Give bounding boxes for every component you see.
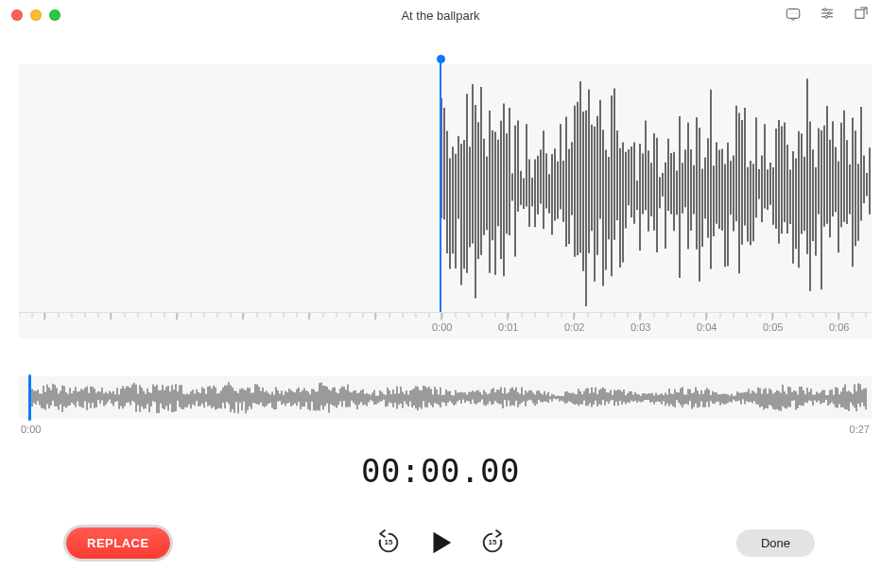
replace-button[interactable]: REPLACE — [66, 527, 170, 559]
svg-point-1 — [790, 13, 791, 14]
svg-text:0:00: 0:00 — [432, 321, 452, 333]
svg-text:0:05: 0:05 — [763, 321, 783, 333]
overview-end-time: 0:27 — [850, 424, 870, 439]
done-button[interactable]: Done — [736, 529, 815, 557]
window-controls — [11, 9, 60, 21]
svg-text:0:02: 0:02 — [564, 321, 584, 333]
svg-text:0:04: 0:04 — [697, 321, 717, 333]
svg-point-3 — [796, 13, 797, 14]
transcript-icon[interactable] — [785, 5, 802, 26]
minimize-window-button[interactable] — [30, 9, 42, 21]
svg-rect-10 — [855, 9, 864, 18]
time-ruler[interactable]: 0:000:010:020:030:040:050:06 — [19, 312, 872, 338]
voice-memo-edit-window: At the ballpark 0:000:010:020:030:040:05… — [0, 0, 881, 588]
svg-text:0:01: 0:01 — [498, 321, 518, 333]
detail-waveform[interactable] — [19, 64, 872, 312]
overview-time-labels: 0:00 0:27 — [19, 422, 872, 439]
svg-point-2 — [793, 13, 794, 14]
overview-start-time: 0:00 — [21, 424, 41, 439]
close-window-button[interactable] — [11, 9, 23, 21]
titlebar: At the ballpark — [0, 0, 881, 30]
playback-settings-icon[interactable] — [819, 5, 836, 26]
window-title: At the ballpark — [0, 9, 881, 23]
skip-back-seconds-label: 15 — [375, 538, 402, 546]
overview-waveform[interactable] — [19, 376, 872, 419]
svg-point-9 — [825, 15, 828, 18]
skip-fwd-seconds-label: 15 — [479, 538, 506, 546]
play-button[interactable] — [426, 528, 455, 557]
skip-forward-15-button[interactable]: 15 — [479, 529, 506, 556]
skip-back-15-button[interactable]: 15 — [375, 529, 402, 556]
svg-text:0:06: 0:06 — [829, 321, 849, 333]
svg-point-7 — [828, 12, 831, 15]
time-counter: 00:00.00 — [0, 452, 881, 490]
trim-icon[interactable] — [853, 5, 870, 26]
svg-text:0:03: 0:03 — [631, 321, 650, 333]
svg-point-5 — [823, 9, 826, 11]
overview-playhead[interactable] — [28, 374, 31, 421]
playback-controls: REPLACE 15 15 Done — [0, 520, 881, 565]
fullscreen-window-button[interactable] — [49, 9, 60, 21]
